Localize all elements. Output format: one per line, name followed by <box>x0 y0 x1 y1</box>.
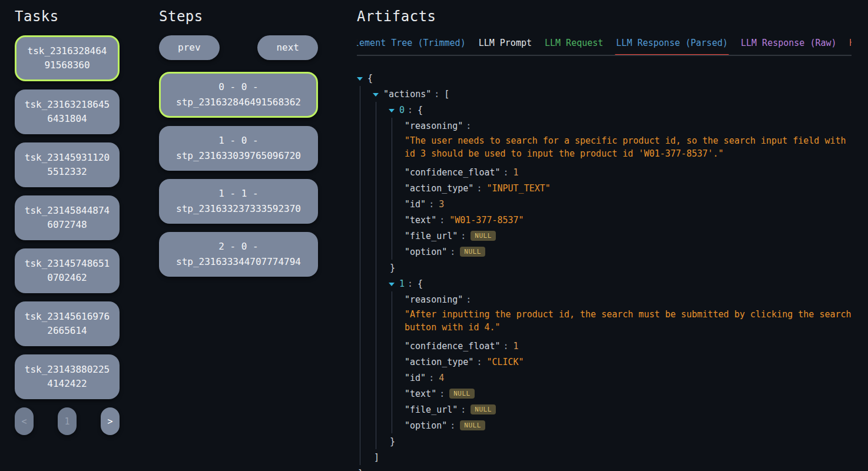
json-colon: : <box>408 278 413 289</box>
json-colon: : <box>466 121 471 131</box>
json-leaf-row: "action_type":"CLICK" <box>405 354 852 370</box>
json-open-bracket: [ <box>444 89 449 99</box>
json-key: "text" <box>405 215 436 225</box>
step-button[interactable]: 1 - 0 - stp_231633039765096720 <box>159 126 318 171</box>
json-key: "confidence_float" <box>405 167 501 178</box>
json-colon: : <box>476 183 482 194</box>
json-node: 0:{"reasoning":"The user needs to search… <box>389 102 852 276</box>
json-number-value: 1 <box>513 341 519 351</box>
json-key: "text" <box>405 389 436 399</box>
json-key: 0 <box>399 105 405 115</box>
task-button[interactable]: tsk_231457486510702462 <box>15 248 120 293</box>
json-string-value: "CLICK" <box>486 357 524 367</box>
json-string-value: "INPUT_TEXT" <box>486 183 550 194</box>
tab-element-tree-trimmed[interactable]: Element Tree (Trimmed) <box>357 38 466 55</box>
json-number-value: 1 <box>513 167 519 178</box>
task-button[interactable]: tsk_231459311205512332 <box>15 142 120 187</box>
json-key: "actions" <box>383 89 431 99</box>
json-colon: : <box>429 373 434 383</box>
json-node: {"actions":[0:{"reasoning":"The user nee… <box>357 70 852 471</box>
json-leaf-row: "text":NULL <box>405 386 852 402</box>
task-button[interactable]: tsk_231438802254142422 <box>15 354 120 399</box>
json-colon: : <box>439 215 445 225</box>
json-close-row: } <box>389 433 852 449</box>
tab-llm-request[interactable]: LLM Request <box>545 38 603 55</box>
steps-next-button[interactable]: next <box>257 35 318 60</box>
json-open-row: "actions":[ <box>373 86 852 102</box>
task-button[interactable]: tsk_231632846491568360 <box>15 35 120 81</box>
step-button[interactable]: 1 - 1 - stp_231633237333592370 <box>159 179 318 224</box>
json-children: "reasoning":"The user needs to search fo… <box>392 118 852 260</box>
json-leaf-row: "id":3 <box>405 196 852 212</box>
json-colon: : <box>429 199 434 210</box>
tab-html-raw[interactable]: Html (Raw) <box>850 38 852 55</box>
json-leaf-row: "action_type":"INPUT_TEXT" <box>405 180 852 196</box>
tasks-title: Tasks <box>15 8 120 25</box>
json-key: "file_url" <box>405 404 458 415</box>
json-leaf-row: "file_url":NULL <box>405 228 852 244</box>
tab-llm-response-parsed[interactable]: LLM Response (Parsed) <box>616 38 728 55</box>
json-key: "option" <box>405 247 447 257</box>
json-null-badge: NULL <box>449 389 475 399</box>
json-null-badge: NULL <box>471 231 496 241</box>
json-colon: : <box>466 294 471 305</box>
json-leaf-row: "text":"W01-377-8537" <box>405 212 852 228</box>
json-leaf-row: "option":NULL <box>405 417 852 433</box>
pagination-next-button[interactable]: > <box>101 407 120 435</box>
steps-pager: prev next <box>159 35 318 60</box>
json-string-value: "The user needs to search for a specific… <box>405 134 852 160</box>
json-colon: : <box>434 89 439 99</box>
json-close-row: } <box>389 260 852 276</box>
artifacts-tab-bar: Element Tree (Trimmed)LLM PromptLLM Requ… <box>357 38 852 56</box>
tab-llm-response-raw[interactable]: LLM Response (Raw) <box>741 38 837 55</box>
json-leaf-row: "confidence_float":1 <box>405 164 852 180</box>
task-button[interactable]: tsk_231632186456431804 <box>15 89 120 134</box>
json-node: "actions":[0:{"reasoning":"The user need… <box>373 86 852 465</box>
step-button[interactable]: 0 - 0 - stp_231632846491568362 <box>159 72 318 118</box>
steps-prev-button[interactable]: prev <box>159 35 220 60</box>
pagination-prev-button[interactable]: < <box>15 407 34 435</box>
json-open-row: 1:{ <box>389 276 852 291</box>
tab-llm-prompt[interactable]: LLM Prompt <box>479 38 532 55</box>
json-string-value: "W01-377-8537" <box>449 215 524 225</box>
steps-list: 0 - 0 - stp_2316328464915683621 - 0 - st… <box>159 72 318 277</box>
collapse-arrow-icon[interactable] <box>389 283 395 286</box>
json-null-badge: NULL <box>460 420 485 430</box>
tasks-list: tsk_231632846491568360tsk_23163218645643… <box>15 35 120 399</box>
json-key: "confidence_float" <box>405 341 501 351</box>
json-null-badge: NULL <box>471 404 496 414</box>
json-number-value: 3 <box>439 199 444 210</box>
json-node: 1:{"reasoning":"After inputting the prod… <box>389 276 852 449</box>
json-key: "id" <box>405 373 426 383</box>
json-colon: : <box>439 389 445 399</box>
task-button[interactable]: tsk_231458448746072748 <box>15 195 120 240</box>
json-colon: : <box>476 357 482 367</box>
collapse-arrow-icon[interactable] <box>373 93 379 97</box>
json-number-value: 4 <box>439 373 444 383</box>
json-key: "action_type" <box>405 357 473 367</box>
pagination-page-button[interactable]: 1 <box>58 407 77 435</box>
json-open-bracket: { <box>418 105 423 115</box>
artifacts-title: Artifacts <box>357 8 852 25</box>
json-leaf-row: "reasoning": <box>405 291 852 307</box>
json-leaf-row: "confidence_float":1 <box>405 338 852 354</box>
json-string-value: "After inputting the product id, the sea… <box>405 308 852 334</box>
json-close-row: ] <box>373 449 852 465</box>
task-button[interactable]: tsk_231456169762665614 <box>15 301 120 346</box>
artifacts-panel: Artifacts Element Tree (Trimmed)LLM Prom… <box>357 7 852 471</box>
json-open-bracket: { <box>418 278 423 289</box>
json-open-row: 0:{ <box>389 102 852 118</box>
json-tree-viewer: {"actions":[0:{"reasoning":"The user nee… <box>357 70 852 471</box>
json-open-row: { <box>357 70 852 86</box>
json-key: "id" <box>405 199 426 210</box>
steps-panel: Steps prev next 0 - 0 - stp_231632846491… <box>159 7 318 471</box>
json-key: "reasoning" <box>405 294 463 305</box>
json-key: "file_url" <box>405 231 458 241</box>
collapse-arrow-icon[interactable] <box>357 77 363 81</box>
json-colon: : <box>450 247 455 257</box>
json-open-bracket: { <box>367 73 373 84</box>
step-button[interactable]: 2 - 0 - stp_231633344707774794 <box>159 232 318 277</box>
json-colon: : <box>460 404 466 415</box>
json-children: "actions":[0:{"reasoning":"The user need… <box>360 86 852 465</box>
collapse-arrow-icon[interactable] <box>389 109 395 112</box>
